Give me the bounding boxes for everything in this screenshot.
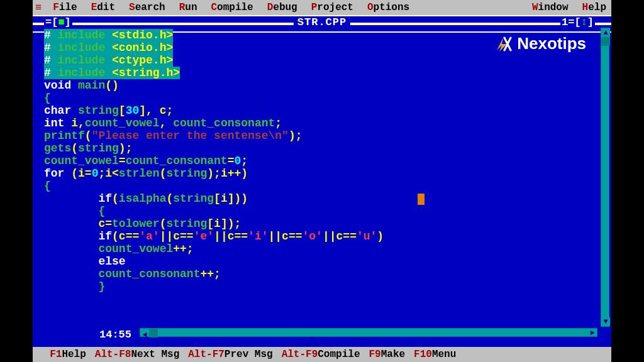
code-line: # include <ctype.h> xyxy=(44,54,597,67)
code-line: printf("Please enter the sentense\n"); xyxy=(44,129,597,142)
code-line: { xyxy=(44,180,597,192)
menu-window[interactable]: Window xyxy=(532,2,569,13)
menu-debug[interactable]: Debug xyxy=(267,2,297,13)
vscroll-thumb[interactable] xyxy=(601,37,610,46)
status-bar: F1 HelpAlt-F8 Next MsgAlt-F7 Prev MsgAlt… xyxy=(33,347,611,362)
shortcut-key[interactable]: Alt-F7 xyxy=(188,349,225,360)
code-line: } xyxy=(44,280,597,293)
scroll-right-icon[interactable]: ► xyxy=(588,329,597,337)
menu-search[interactable]: Search xyxy=(129,2,165,13)
window-number-zoom[interactable]: 1=[↕] xyxy=(560,16,595,28)
code-line: # include <string.h> xyxy=(44,67,597,79)
horizontal-scrollbar[interactable]: ◄ ► xyxy=(140,328,597,337)
vertical-scrollbar[interactable]: ▲ ▼ xyxy=(601,28,609,327)
scroll-down-icon[interactable]: ▼ xyxy=(601,317,610,326)
menu-options[interactable]: Options xyxy=(367,2,409,13)
code-line: count_vowel=count_consonant=0; xyxy=(44,155,597,167)
shortcut-label: Next Msg xyxy=(131,349,179,360)
shortcut-label: Compile xyxy=(318,349,360,360)
cursor-position: 14:55 xyxy=(96,329,135,341)
code-line: else xyxy=(44,255,597,268)
system-menu-icon[interactable]: ≡ xyxy=(35,2,42,14)
code-line: if(isalpha(string[i])) xyxy=(44,192,597,205)
code-line: if(c=='a'||c=='e'||c=='i'||c=='o'||c=='u… xyxy=(44,230,597,243)
shortcut-label: Make xyxy=(381,349,405,360)
code-line: { xyxy=(44,92,597,104)
close-window-control[interactable]: =[■] xyxy=(44,16,72,28)
menu-bar: ≡ FileEditSearchRunCompileDebugProjectOp… xyxy=(33,0,611,15)
code-line: char string[30], c; xyxy=(44,104,597,117)
scroll-left-icon[interactable]: ◄ xyxy=(140,331,149,339)
code-line: count_consonant++; xyxy=(44,268,597,280)
code-editor[interactable]: # include <stdio.h># include <conio.h># … xyxy=(44,29,597,326)
code-line: void main() xyxy=(44,79,597,92)
nexotips-icon xyxy=(494,35,512,53)
code-line: gets(string); xyxy=(44,142,597,155)
shortcut-label: Prev Msg xyxy=(225,349,273,360)
code-line: for (i=0;i<strlen(string);i++) xyxy=(44,167,597,180)
code-line: c=tolower(string[i]); xyxy=(44,217,597,230)
shortcut-label: Help xyxy=(62,349,86,360)
editor-window: =[■] STR.CPP 1=[↕] 14:55 ▲ ▼ ◄ ► # inclu… xyxy=(33,15,611,347)
shortcut-key[interactable]: Alt-F9 xyxy=(282,349,318,360)
menu-project[interactable]: Project xyxy=(311,2,353,13)
menu-compile[interactable]: Compile xyxy=(211,2,253,13)
scroll-up-icon[interactable]: ▲ xyxy=(601,28,610,37)
shortcut-key[interactable]: F1 xyxy=(50,349,62,360)
menu-edit[interactable]: Edit xyxy=(91,2,115,13)
code-line: count_vowel++; xyxy=(44,243,597,255)
shortcut-key[interactable]: Alt-F8 xyxy=(95,349,131,360)
window-title: STR.CPP xyxy=(294,16,350,28)
shortcut-label: Menu xyxy=(432,349,456,360)
watermark-text: Nexotips xyxy=(517,34,586,53)
shortcut-key[interactable]: F9 xyxy=(369,349,380,360)
menu-file[interactable]: File xyxy=(53,2,77,13)
code-line: int i,count_vowel, count_consonant; xyxy=(44,117,597,129)
shortcut-key[interactable]: F10 xyxy=(414,349,432,360)
hscroll-thumb[interactable] xyxy=(149,329,158,337)
menu-run[interactable]: Run xyxy=(179,2,197,13)
watermark-logo: Nexotips xyxy=(494,34,586,53)
text-cursor xyxy=(418,194,425,205)
menu-help[interactable]: Help xyxy=(582,2,606,13)
code-line: { xyxy=(44,205,597,217)
